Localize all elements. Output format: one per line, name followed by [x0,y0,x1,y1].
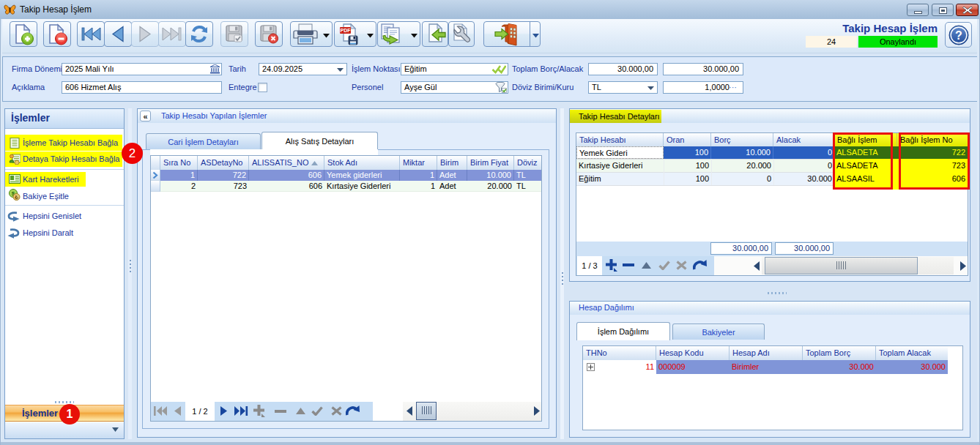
svg-text:PDF: PDF [341,28,352,33]
svg-text:₺: ₺ [14,195,18,200]
svg-text:?: ? [955,29,962,42]
